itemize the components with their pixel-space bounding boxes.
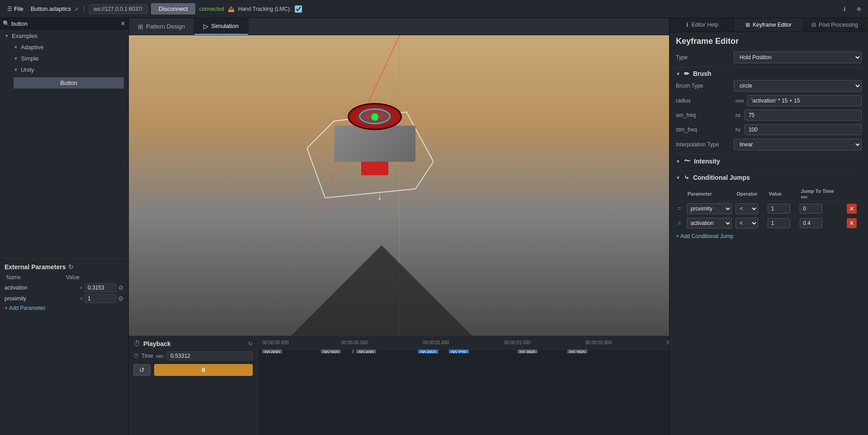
cj-col-val: Value	[766, 187, 798, 201]
ruler-mark-5: 00:00:02.500	[667, 340, 669, 345]
examples-group: ▼ Examples ▼ Adaptive ▼ Simple	[0, 30, 128, 89]
tab-post-processing[interactable]: ⊟ Post Processing	[802, 18, 868, 32]
kf-label-3[interactable]: 00.650	[418, 350, 438, 353]
cj-jump-input-1[interactable]	[800, 218, 822, 228]
type-select[interactable]: Hold Position	[734, 51, 862, 63]
cj-eq-1: =	[676, 216, 685, 230]
kf-label-1[interactable]: 00.250	[321, 350, 341, 353]
cj-val-input-0[interactable]	[768, 204, 790, 214]
hand-tracking-toggle[interactable]	[295, 5, 302, 13]
kf-group-1: 00.250	[321, 350, 341, 353]
param-value-activation[interactable]	[85, 283, 116, 292]
external-params-header: External Parameters ↻	[5, 263, 124, 271]
am-freq-label: am_freq	[676, 112, 730, 118]
add-parameter-button[interactable]: + Add Parameter	[5, 305, 124, 311]
add-conditional-jump-button[interactable]: + Add Conditional Jump	[676, 233, 862, 239]
menu-button[interactable]: ☰ File	[4, 4, 27, 14]
timeline-panel: 00:00:00.000 00:00:00.500 00:00:01.000 0…	[258, 336, 669, 435]
topbar-right: ℹ ⊕	[839, 4, 864, 14]
editor-help-icon: ℹ	[686, 22, 689, 28]
info-icon[interactable]: ℹ	[839, 4, 850, 14]
interp-select[interactable]: linear	[734, 139, 862, 150]
button-item[interactable]: Button	[14, 77, 124, 89]
simple-header[interactable]: ▼ Simple	[9, 53, 128, 64]
playback-refresh-icon[interactable]: ↻	[248, 341, 253, 347]
examples-header[interactable]: ▼ Examples	[0, 30, 128, 42]
cj-col-param: Parameter	[685, 187, 734, 201]
cj-del-cell-1: ✕	[845, 216, 862, 230]
cj-val-input-1[interactable]	[768, 218, 790, 228]
col-name-header: Name	[6, 274, 62, 281]
ruler-mark-3: 00:00:01.500	[504, 340, 530, 345]
current-time-indicator	[353, 350, 354, 353]
kf-label-2[interactable]: 00.400	[356, 350, 376, 353]
search-bar: 🔍 ✕	[0, 18, 128, 29]
unity-header[interactable]: ▼ Unity	[9, 64, 128, 75]
tab-editor-help[interactable]: ℹ Editor Help	[670, 18, 736, 32]
editor-help-label: Editor Help	[691, 22, 718, 28]
green-dot	[371, 113, 378, 121]
cj-jump-input-0[interactable]	[800, 204, 822, 214]
intensity-section-label: Intensity	[694, 158, 720, 165]
saved-icon: ✓	[75, 6, 79, 12]
param-name-activation: activation	[5, 285, 78, 291]
tab-keyframe-editor[interactable]: ⊞ Keyframe Editor	[736, 18, 802, 32]
brush-section-header[interactable]: ▼ ✏ Brush	[676, 67, 862, 80]
param-gear-proximity[interactable]: ⚙	[118, 295, 124, 302]
kf-label-0[interactable]: 00.000	[262, 350, 282, 353]
simulation-icon: ▷	[203, 23, 208, 30]
cj-op-select-1[interactable]: <	[736, 218, 758, 229]
clock-icon: ⏱	[133, 340, 141, 348]
cj-jump-cell-1	[798, 216, 845, 230]
simple-label: Simple	[21, 55, 39, 62]
refresh-icon[interactable]: ↻	[68, 263, 74, 271]
stm-freq-label: stm_freq	[676, 126, 730, 133]
cj-eq-0: =	[676, 201, 685, 216]
play-pause-button[interactable]: ⏸	[154, 364, 253, 376]
interp-label: Interpolation Type	[676, 141, 730, 148]
intensity-section-header[interactable]: ▼ 〜 Intensity	[676, 154, 862, 168]
cj-delete-button-1[interactable]: ✕	[847, 218, 857, 228]
cj-op-select-0[interactable]: <	[736, 203, 758, 214]
brush-section-label: Brush	[693, 70, 711, 77]
right-panel-tabs: ℹ Editor Help ⊞ Keyframe Editor ⊟ Post P…	[670, 18, 868, 32]
stm-freq-input[interactable]	[745, 124, 862, 135]
github-icon[interactable]: ⊕	[854, 4, 864, 14]
disconnect-button[interactable]: Disconnect	[151, 3, 195, 14]
cj-del-cell-0: ✕	[845, 201, 862, 216]
param-eq-proximity: =	[80, 295, 83, 302]
timeline-content[interactable]: 00.000 00.000 00.250 00.400	[258, 350, 669, 353]
am-freq-input[interactable]	[745, 110, 862, 121]
kf-group-5: 01.050	[518, 350, 538, 353]
param-value-proximity[interactable]	[85, 294, 116, 303]
playback-header-row: ⏱ Playback ↻	[133, 340, 253, 348]
kf-label-5[interactable]: 01.050	[518, 350, 538, 353]
adaptive-header[interactable]: ▼ Adaptive	[9, 42, 128, 53]
interp-row: Interpolation Type linear	[676, 139, 862, 150]
kf-label-4[interactable]: 00.775	[449, 350, 469, 353]
cj-param-select-0[interactable]: proximity	[687, 203, 732, 214]
radius-input[interactable]	[747, 95, 862, 106]
type-row: Type Hold Position	[676, 51, 862, 63]
cj-delete-button-0[interactable]: ✕	[847, 204, 857, 214]
cj-val-cell-1	[766, 216, 798, 230]
brush-chevron: ▼	[676, 71, 680, 76]
tab-pattern-design[interactable]: ⊞ Pattern Design	[129, 18, 194, 35]
cj-chevron: ▼	[676, 175, 680, 180]
external-params-panel: External Parameters ↻ Name Value activat…	[0, 258, 128, 435]
search-input[interactable]	[11, 20, 118, 27]
param-gear-activation[interactable]: ⚙	[118, 284, 124, 291]
search-clear-button[interactable]: ✕	[120, 20, 126, 27]
time-input[interactable]	[166, 351, 253, 360]
keyframe-editor-icon: ⊞	[745, 22, 750, 28]
cyan-ring	[359, 108, 391, 124]
cj-param-select-1[interactable]: activation	[687, 218, 732, 229]
brush-type-select[interactable]: circle	[734, 80, 862, 92]
am-freq-unit: hz	[736, 112, 741, 118]
file-menu[interactable]: File	[14, 6, 24, 12]
kf-group-3: 00.650	[418, 350, 438, 353]
tab-simulation[interactable]: ▷ Simulation	[194, 18, 248, 35]
cj-section-header[interactable]: ▼ ⤷ Conditional Jumps	[676, 171, 862, 184]
reset-button[interactable]: ↺	[133, 364, 151, 376]
kf-label-6[interactable]: 01.250	[567, 350, 587, 353]
